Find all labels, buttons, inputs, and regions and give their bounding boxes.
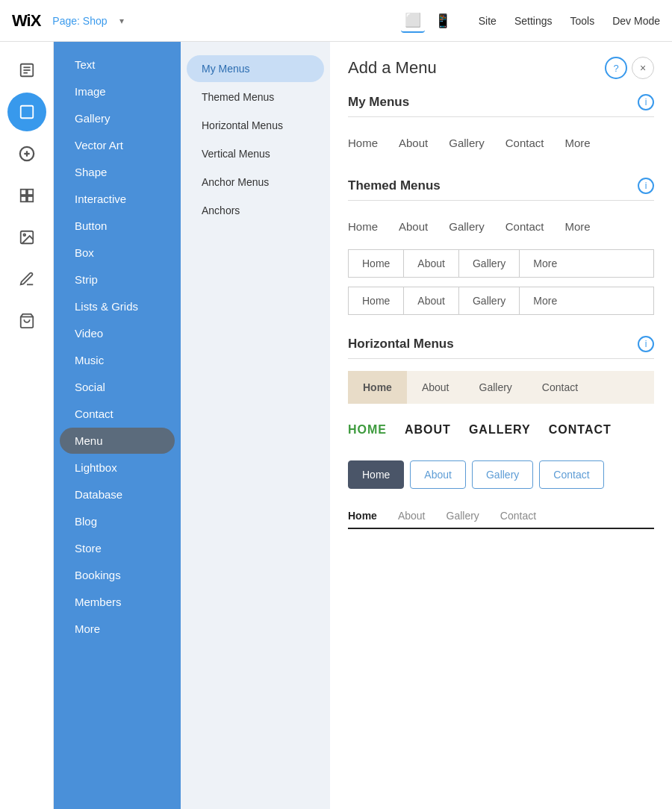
sidebar-icon-components[interactable] <box>7 176 46 215</box>
horizontal-menus-section: Horizontal Menus i Home About Gallery Co… <box>348 336 654 529</box>
themed-menus-preview-3[interactable]: Home About Gallery More <box>348 287 654 315</box>
page-label-text: Page: <box>52 15 80 27</box>
element-blog[interactable]: Blog <box>60 508 175 534</box>
hm-underline-contact: Contact <box>500 510 536 522</box>
mobile-view-icon[interactable]: 📱 <box>431 9 455 33</box>
element-text[interactable]: Text <box>60 51 175 78</box>
svg-rect-9 <box>27 190 32 195</box>
element-button[interactable]: Button <box>60 213 175 239</box>
hm-bold-about: ABOUT <box>405 423 451 437</box>
horizontal-menus-title: Horizontal Menus <box>348 337 638 352</box>
desktop-view-icon[interactable]: ⬜ <box>401 9 425 33</box>
sidebar-icon-add[interactable] <box>7 134 46 173</box>
sidebar-icon-elements[interactable] <box>7 93 46 131</box>
themed-menus-preview-2[interactable]: Home About Gallery More <box>348 249 654 278</box>
bordered2-more: More <box>520 287 570 314</box>
element-more[interactable]: More <box>60 616 175 642</box>
hm-default-gallery: Gallery <box>464 371 527 404</box>
my-menus-info-icon[interactable]: i <box>638 94 654 110</box>
sub-item-vertical-menus[interactable]: Vertical Menus <box>187 140 324 167</box>
element-video[interactable]: Video <box>60 320 175 346</box>
hm-bold-home: HOME <box>348 423 387 437</box>
svg-rect-4 <box>20 106 33 119</box>
wix-logo: WiX <box>12 11 40 31</box>
help-button[interactable]: ? <box>605 57 627 79</box>
hm-boxed-contact: Contact <box>539 460 603 489</box>
sub-item-horizontal-menus[interactable]: Horizontal Menus <box>187 112 324 139</box>
nav-tools[interactable]: Tools <box>570 15 595 27</box>
hm-underline-about: About <box>398 510 426 522</box>
element-menu[interactable]: Menu <box>60 428 175 454</box>
sub-panel: My Menus Themed Menus Horizontal Menus V… <box>181 42 330 809</box>
hm-boxed-preview[interactable]: Home About Gallery Contact <box>348 456 654 493</box>
element-lightbox[interactable]: Lightbox <box>60 455 175 481</box>
sub-item-anchors[interactable]: Anchors <box>187 197 324 224</box>
menu-item-gallery: Gallery <box>449 137 485 149</box>
page-name: Shop <box>83 15 108 27</box>
chevron-down-icon[interactable]: ▾ <box>119 16 124 26</box>
element-store[interactable]: Store <box>60 535 175 561</box>
panel-header: Add a Menu ? × <box>348 57 654 79</box>
svg-rect-10 <box>20 196 25 202</box>
hm-default-home: Home <box>348 371 407 404</box>
horizontal-menus-header: Horizontal Menus i <box>348 336 654 359</box>
sub-item-themed-menus[interactable]: Themed Menus <box>187 84 324 110</box>
bordered-about: About <box>404 250 459 277</box>
my-menus-preview-1[interactable]: Home About Gallery Contact More <box>348 129 654 157</box>
element-box[interactable]: Box <box>60 240 175 266</box>
close-button[interactable]: × <box>632 57 654 79</box>
element-image[interactable]: Image <box>60 78 175 104</box>
themed-menus-preview-1[interactable]: Home About Gallery Contact More <box>348 213 654 240</box>
element-lists-grids[interactable]: Lists & Grids <box>60 293 175 319</box>
bordered-more: More <box>520 250 570 277</box>
view-toggle: ⬜ 📱 <box>401 9 455 33</box>
page-selector[interactable]: Page: Shop <box>52 15 107 27</box>
hm-underline-home: Home <box>348 510 377 522</box>
topbar: WiX Page: Shop ▾ ⬜ 📱 Site Settings Tools… <box>0 0 672 42</box>
element-vector-art[interactable]: Vector Art <box>60 132 175 158</box>
themed-menus-section: Themed Menus i Home About Gallery Contac… <box>348 178 654 315</box>
element-members[interactable]: Members <box>60 589 175 615</box>
element-strip[interactable]: Strip <box>60 266 175 293</box>
menu-item-contact: Contact <box>505 137 544 149</box>
element-social[interactable]: Social <box>60 374 175 400</box>
hm-default-about: About <box>407 371 464 404</box>
sidebar-icon-store[interactable] <box>7 302 46 340</box>
hm-underline-gallery: Gallery <box>447 510 479 522</box>
themed-menus-title: Themed Menus <box>348 178 638 193</box>
nav-site[interactable]: Site <box>479 15 497 27</box>
hm-underline-preview[interactable]: Home About Gallery Contact <box>348 504 654 529</box>
main-panel: Add a Menu ? × My Menus i Home About Gal… <box>330 42 672 809</box>
sidebar-icon-pages[interactable] <box>7 51 46 90</box>
element-database[interactable]: Database <box>60 481 175 507</box>
themed-menus-info-icon[interactable]: i <box>638 178 654 194</box>
hm-boxed-home: Home <box>348 460 404 489</box>
hm-bold-gallery: GALLERY <box>469 423 531 437</box>
hm-default-contact: Contact <box>527 371 593 404</box>
panel-title: Add a Menu <box>348 58 599 78</box>
nav-devmode[interactable]: Dev Mode <box>612 15 660 27</box>
menu-item-home: Home <box>348 137 378 149</box>
sidebar-icon-media[interactable] <box>7 218 46 257</box>
hm-default-preview[interactable]: Home About Gallery Contact <box>348 371 654 404</box>
svg-rect-8 <box>20 190 25 195</box>
bordered-gallery: Gallery <box>459 250 520 277</box>
svg-rect-11 <box>27 196 32 202</box>
element-music[interactable]: Music <box>60 347 175 373</box>
element-contact[interactable]: Contact <box>60 401 175 427</box>
themed-menus-header: Themed Menus i <box>348 178 654 201</box>
element-shape[interactable]: Shape <box>60 159 175 185</box>
horizontal-menus-info-icon[interactable]: i <box>638 336 654 352</box>
sub-item-my-menus[interactable]: My Menus <box>187 55 324 82</box>
hm-bold-contact: CONTACT <box>549 423 612 437</box>
sub-item-anchor-menus[interactable]: Anchor Menus <box>187 169 324 196</box>
nav-settings[interactable]: Settings <box>514 15 553 27</box>
menu-item-about: About <box>399 137 428 149</box>
element-interactive[interactable]: Interactive <box>60 186 175 212</box>
sidebar-icon-write[interactable] <box>7 260 46 299</box>
element-bookings[interactable]: Bookings <box>60 562 175 588</box>
hm-bold-preview[interactable]: HOME ABOUT GALLERY CONTACT <box>348 414 654 446</box>
element-gallery[interactable]: Gallery <box>60 105 175 131</box>
my-menus-title: My Menus <box>348 95 638 110</box>
menu-item-more: More <box>564 137 590 149</box>
